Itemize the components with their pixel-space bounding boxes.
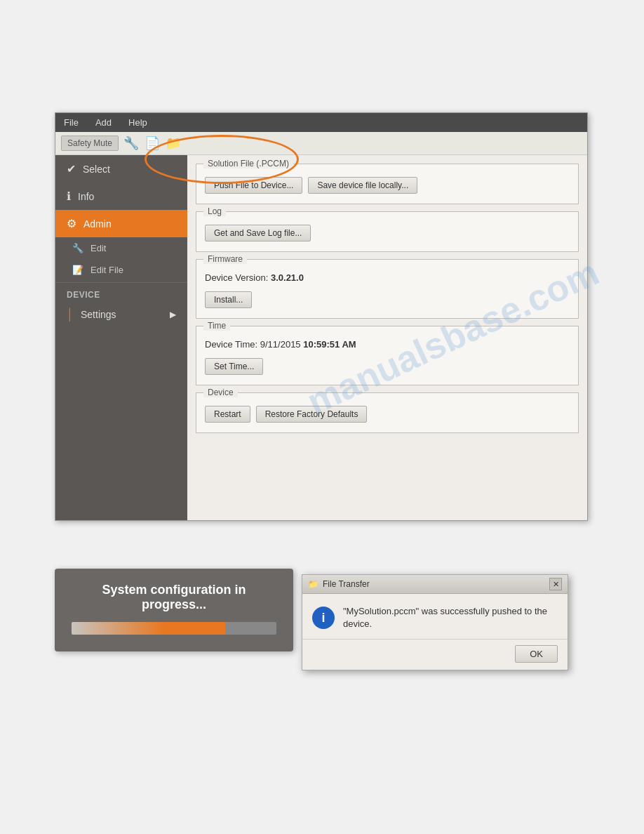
firmware-section: Firmware Device Version: 3.0.21.0 Instal… <box>196 259 579 319</box>
menu-bar: File Add Help <box>55 113 587 132</box>
sidebar-settings-label: Settings <box>81 309 116 320</box>
app-window: File Add Help Safety Mute 🔧 📄 📁 ✔ Select… <box>55 112 588 521</box>
dialog-body: i "MySolution.pccm" was successfully pus… <box>302 594 568 639</box>
sidebar-select-label: Select <box>83 164 110 175</box>
device-version-value: 3.0.21.0 <box>271 272 304 283</box>
push-file-button[interactable]: Push File to Device... <box>205 177 302 194</box>
device-section-title: Device <box>203 388 238 397</box>
dialog-titlebar: 📁 File Transfer ✕ <box>302 575 568 594</box>
solution-file-section: Solution File (.PCCM) Push File to Devic… <box>196 164 579 204</box>
dialog-info-icon: i <box>312 607 335 629</box>
device-time-value: 9/11/2015 <box>260 339 301 350</box>
edit-file-icon: 📝 <box>72 265 83 275</box>
device-actions-section: Device Restart Restore Factory Defaults <box>196 392 579 433</box>
checkmark-icon: ✔ <box>67 162 76 176</box>
restore-factory-button[interactable]: Restore Factory Defaults <box>256 406 368 423</box>
device-time-bold: 10:59:51 AM <box>303 339 356 350</box>
sidebar-admin-label: Admin <box>83 218 112 230</box>
sidebar-item-admin[interactable]: ⚙ Admin <box>55 210 187 237</box>
menu-file[interactable]: File <box>61 116 81 129</box>
wrench-icon[interactable]: 🔧 <box>123 135 140 152</box>
restart-button[interactable]: Restart <box>205 406 250 423</box>
sidebar-divider <box>55 282 187 283</box>
menu-add[interactable]: Add <box>93 116 114 129</box>
info-circle-icon: ℹ <box>67 190 71 203</box>
get-save-log-button[interactable]: Get and Save Log file... <box>205 225 311 241</box>
time-section-title: Time <box>203 321 230 331</box>
indent-indicator: │ <box>67 308 74 321</box>
open-folder-icon[interactable]: 📁 <box>165 135 182 152</box>
dialog-title-container: 📁 File Transfer <box>308 579 370 589</box>
set-time-button[interactable]: Set Time... <box>205 358 263 375</box>
chevron-right-icon: ▶ <box>170 310 176 319</box>
wrench-sub-icon: 🔧 <box>72 243 83 253</box>
solution-file-buttons: Push File to Device... Save device file … <box>205 177 570 194</box>
sidebar-item-settings[interactable]: │ Settings ▶ <box>55 303 187 326</box>
log-section-title: Log <box>203 206 226 216</box>
sidebar-item-select[interactable]: ✔ Select <box>55 155 187 183</box>
dialog-ok-button[interactable]: OK <box>515 645 558 663</box>
dialog-close-button[interactable]: ✕ <box>549 578 562 590</box>
save-file-button[interactable]: Save device file locally... <box>308 177 417 194</box>
install-firmware-button[interactable]: Install... <box>205 291 252 308</box>
progress-bar-background <box>72 622 276 635</box>
main-content: ✔ Select ℹ Info ⚙ Admin 🔧 Edit 📝 Edit Fi… <box>55 155 587 520</box>
log-section: Log Get and Save Log file... <box>196 211 579 252</box>
progress-box: System configuration in progress... <box>55 569 293 651</box>
sidebar-info-label: Info <box>78 191 94 202</box>
dialog-footer: OK <box>302 639 568 670</box>
gear-icon: ⚙ <box>67 217 76 230</box>
safety-mute-button[interactable]: Safety Mute <box>61 135 119 151</box>
toolbar: Safety Mute 🔧 📄 📁 <box>55 132 587 155</box>
dialog-title-text: File Transfer <box>323 579 370 589</box>
dialog-folder-icon: 📁 <box>308 579 318 589</box>
sidebar-item-edit-file[interactable]: 📝 Edit File <box>55 259 187 281</box>
sidebar-edit-label: Edit <box>90 243 106 253</box>
file-transfer-dialog: 📁 File Transfer ✕ i "MySolution.pccm" wa… <box>302 574 568 670</box>
dialog-message: "MySolution.pccm" was successfully pushe… <box>343 605 558 630</box>
progress-bar-fill <box>72 622 225 635</box>
solution-file-title: Solution File (.PCCM) <box>203 159 293 168</box>
sidebar-edit-file-label: Edit File <box>90 265 123 275</box>
firmware-title: Firmware <box>203 254 247 264</box>
new-file-icon[interactable]: 📄 <box>144 135 161 152</box>
device-section-label: Device <box>55 284 187 303</box>
right-panel: Solution File (.PCCM) Push File to Devic… <box>187 155 587 520</box>
firmware-version-line: Device Version: 3.0.21.0 <box>205 272 570 283</box>
menu-help[interactable]: Help <box>126 116 150 129</box>
sidebar-item-info[interactable]: ℹ Info <box>55 183 187 210</box>
device-time-label: Device Time: <box>205 339 257 350</box>
progress-title: System configuration in progress... <box>72 583 276 612</box>
device-time-line: Device Time: 9/11/2015 10:59:51 AM <box>205 339 570 350</box>
time-section: Time Device Time: 9/11/2015 10:59:51 AM … <box>196 326 579 385</box>
device-version-label: Device Version: <box>205 272 268 283</box>
sidebar: ✔ Select ℹ Info ⚙ Admin 🔧 Edit 📝 Edit Fi… <box>55 155 187 520</box>
sidebar-item-edit[interactable]: 🔧 Edit <box>55 237 187 259</box>
